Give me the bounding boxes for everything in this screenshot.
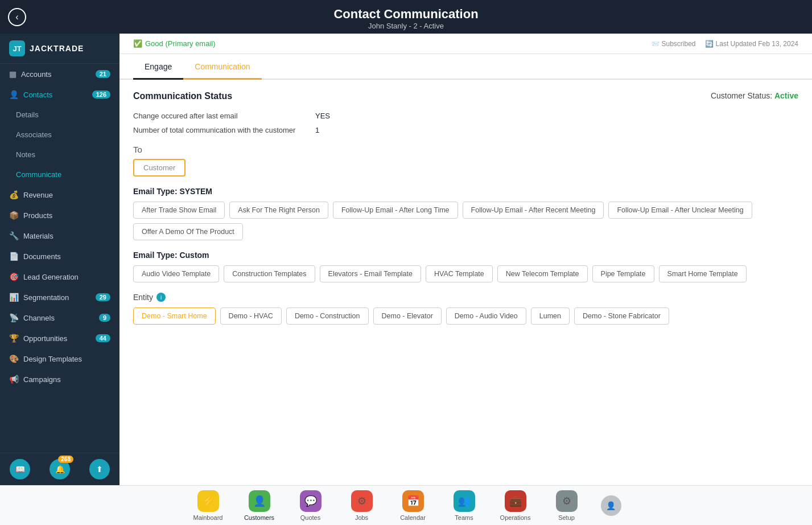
email-type-system-type: SYSTEM [179,187,212,196]
entity-tag[interactable]: Demo - Elevator [373,307,442,325]
system-email-tag[interactable]: Follow-Up Email - After Recent Meeting [463,202,604,219]
sidebar-item-materials[interactable]: 🔧 Materials [0,225,119,246]
email-type-system-section: Email Type: SYSTEM After Trade Show Emai… [133,187,798,240]
system-email-tag[interactable]: Follow-Up Email - After Unclear Meeting [608,202,752,219]
tabs-bar: Engage Communication [119,54,812,80]
system-email-tag[interactable]: Follow-Up Email - After Long Time [333,202,458,219]
app-bar-customers[interactable]: 👤 Customers [242,490,277,521]
sidebar-bottom: 📖 🔔 268 ⬆ [0,453,119,485]
sidebar-label-segmentation: Segmentation [23,293,69,302]
custom-email-tag[interactable]: HVAC Template [426,265,493,282]
sidebar-label-details: Details [16,110,39,119]
teams-icon: 👥 [454,490,475,512]
sidebar-item-channels[interactable]: 📡 Channels 9 [0,307,119,328]
system-email-tags: After Trade Show EmailAsk For The Right … [133,202,798,240]
products-icon: 📦 [9,211,19,220]
calendar-icon: 📅 [402,490,424,512]
jobs-label: Jobs [355,514,368,521]
logo-icon: JT [9,40,25,56]
sidebar-item-products[interactable]: 📦 Products [0,205,119,225]
system-email-tag[interactable]: After Trade Show Email [133,202,225,219]
app-bar-jobs[interactable]: ⚙ Jobs [345,490,379,521]
customers-label: Customers [244,514,274,521]
sidebar-item-segmentation[interactable]: 📊 Segmentation 29 [0,287,119,307]
back-button[interactable]: ‹ [8,8,26,26]
channels-badge: 9 [99,314,110,322]
revenue-icon: 💰 [9,190,19,199]
accounts-icon: ▦ [9,69,17,79]
custom-email-tag[interactable]: Elevators - Email Template [320,265,421,282]
tab-engage[interactable]: Engage [133,54,183,80]
custom-email-tag[interactable]: New Telecom Template [497,265,588,282]
quotes-label: Quotes [300,514,320,521]
app-bar-teams[interactable]: 👥 Teams [447,490,481,521]
contacts-badge: 126 [92,91,110,99]
entity-tag[interactable]: Demo - HVAC [220,307,282,325]
custom-email-tag[interactable]: Audio Video Template [133,265,219,282]
sidebar-item-design-templates[interactable]: 🎨 Design Templates [0,348,119,369]
entity-tag[interactable]: Demo - Audio Video [446,307,526,325]
sidebar-item-notes[interactable]: Notes [0,145,119,165]
setup-icon: ⚙ [556,490,578,512]
change-label: Change occured after last email [133,112,315,120]
opportunities-badge: 44 [96,334,110,342]
page-subtitle: John Stanly - 2 - Active [0,22,812,30]
app-bar-calendar[interactable]: 📅 Calendar [396,490,430,521]
comm-status-title: Communication Status [133,91,232,101]
entity-tag[interactable]: Demo - Stone Fabricator [574,307,669,325]
subscribed-label: Subscribed [662,40,696,48]
system-email-tag[interactable]: Offer A Demo Of The Product [133,223,243,240]
app-bar-operations[interactable]: 💼 Operations [498,490,533,521]
app-bar-quotes[interactable]: 💬 Quotes [294,490,328,521]
check-circle-icon: ✅ [133,39,142,48]
app-bar: ⚡ Mainboard 👤 Customers 💬 Quotes ⚙ Jobs … [0,485,812,525]
tab-communication[interactable]: Communication [183,54,261,80]
sidebar-item-associates[interactable]: Associates [0,125,119,145]
content-area: ✅ Good (Primary email) 📨 Subscribed 🔄 La… [119,34,812,485]
design-templates-icon: 🎨 [9,354,19,363]
sidebar-item-communicate[interactable]: Communicate [0,165,119,184]
sidebar-item-revenue[interactable]: 💰 Revenue [0,184,119,205]
sidebar-item-lead-generation[interactable]: 🎯 Lead Generation [0,266,119,287]
total-comm-label: Number of total communication with the c… [133,126,315,134]
sidebar-item-contacts[interactable]: 👤 Contacts 126 [0,84,119,105]
custom-email-tag[interactable]: Construction Templates [224,265,315,282]
system-email-tag[interactable]: Ask For The Right Person [229,202,328,219]
email-type-system-label: Email Type: SYSTEM [133,187,798,196]
sidebar-label-materials: Materials [23,232,53,240]
opportunities-icon: 🏆 [9,334,19,343]
sidebar-item-opportunities[interactable]: 🏆 Opportunities 44 [0,328,119,348]
app-bar-mainboard[interactable]: ⚡ Mainboard [191,490,225,521]
refresh-icon: 🔄 [705,40,714,48]
sidebar-item-documents[interactable]: 📄 Documents [0,246,119,266]
sidebar-item-accounts[interactable]: ▦ Accounts 21 [0,64,119,84]
upgrade-button[interactable]: ⬆ [89,459,110,479]
sidebar-item-campaigns[interactable]: 📢 Campaigns [0,369,119,389]
user-avatar[interactable]: 👤 [601,495,621,516]
entity-tag[interactable]: Demo - Smart Home [133,307,216,325]
lead-generation-icon: 🎯 [9,272,19,281]
segmentation-badge: 29 [96,293,110,301]
sidebar-item-details[interactable]: Details [0,105,119,125]
custom-email-tag[interactable]: Smart Home Template [659,265,747,282]
subscribed-icon: 📨 [651,40,660,48]
sidebar-label-campaigns: Campaigns [23,375,61,384]
entity-tags: Demo - Smart HomeDemo - HVACDemo - Const… [133,307,798,325]
change-value: YES [315,112,330,120]
documents-icon: 📄 [9,252,19,261]
custom-email-tag[interactable]: Pipe Template [592,265,654,282]
last-updated: Last Updated Feb 13, 2024 [716,40,798,48]
email-status-bar: ✅ Good (Primary email) 📨 Subscribed 🔄 La… [119,34,812,54]
alerts-badge: 268 [58,456,73,463]
accounts-badge: 21 [96,70,110,78]
entity-tag[interactable]: Lumen [531,307,570,325]
email-type-custom-section: Email Type: Custom Audio Video TemplateC… [133,251,798,282]
customer-chip[interactable]: Customer [133,159,186,177]
app-bar-setup[interactable]: ⚙ Setup [550,490,584,521]
mainboard-label: Mainboard [193,514,223,521]
to-label: To [133,145,798,154]
page-title: Contact Communication [0,7,812,22]
teams-label: Teams [455,514,473,521]
guides-button[interactable]: 📖 [10,459,30,479]
entity-tag[interactable]: Demo - Construction [286,307,369,325]
